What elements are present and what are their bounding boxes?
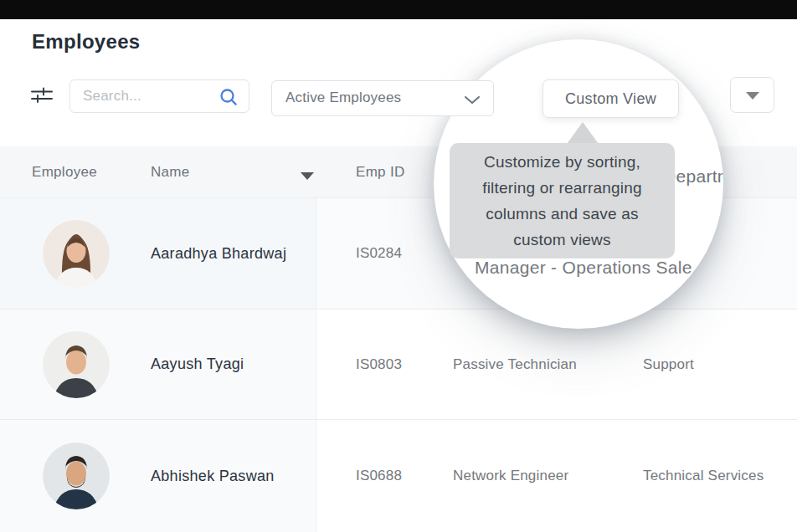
- avatar: [43, 442, 110, 509]
- filter-sliders-icon: [30, 86, 54, 105]
- page-title: Employees: [32, 30, 140, 54]
- status-filter-select[interactable]: Active Employees: [271, 80, 494, 116]
- avatar: [43, 220, 110, 287]
- tooltip-line: Customize by sorting,: [458, 149, 666, 175]
- table-row[interactable]: Abhishek Paswan IS0688 Network Engineer …: [0, 419, 797, 532]
- employee-department: Support: [643, 309, 694, 419]
- employee-department: Technical Services: [643, 420, 764, 532]
- window-top-bar: [0, 0, 797, 19]
- status-filter-value: Active Employees: [285, 90, 401, 106]
- tooltip-line: custom views: [458, 227, 666, 253]
- lens-designation-text: Manager - Operations Sale: [475, 258, 692, 278]
- employee-designation: Network Engineer: [453, 420, 568, 532]
- column-header-name[interactable]: Name: [151, 164, 190, 181]
- employee-name: Aaradhya Bhardwaj: [151, 198, 286, 309]
- employee-id: IS0284: [356, 198, 402, 309]
- search-icon[interactable]: [219, 88, 238, 106]
- column-header-employee[interactable]: Employee: [32, 164, 97, 181]
- employee-name: Aayush Tyagi: [151, 309, 244, 419]
- filter-button[interactable]: [29, 85, 54, 107]
- search-box[interactable]: [69, 79, 249, 113]
- tooltip-line: columns and save as: [458, 201, 666, 227]
- search-input[interactable]: [83, 81, 215, 111]
- employee-id: IS0688: [356, 420, 402, 532]
- caret-down-icon: [746, 92, 759, 100]
- column-header-emp-id[interactable]: Emp ID: [356, 164, 404, 181]
- views-dropdown-button[interactable]: [730, 77, 774, 113]
- employee-name: Abhishek Paswan: [151, 420, 275, 532]
- tooltip-arrow: [567, 122, 599, 144]
- custom-view-button[interactable]: Custom View: [542, 79, 679, 118]
- tooltip-line: filtering or rearranging: [458, 175, 666, 201]
- chevron-down-icon: [464, 95, 481, 105]
- avatar: [43, 331, 110, 398]
- sort-descending-icon[interactable]: [301, 172, 314, 180]
- table-row[interactable]: Aayush Tyagi IS0803 Passive Technician S…: [0, 309, 797, 419]
- custom-view-tooltip: Customize by sorting, filtering or rearr…: [450, 143, 675, 258]
- employee-id: IS0803: [356, 309, 402, 419]
- employees-page: Employees Active Employees Employee Name…: [0, 0, 797, 532]
